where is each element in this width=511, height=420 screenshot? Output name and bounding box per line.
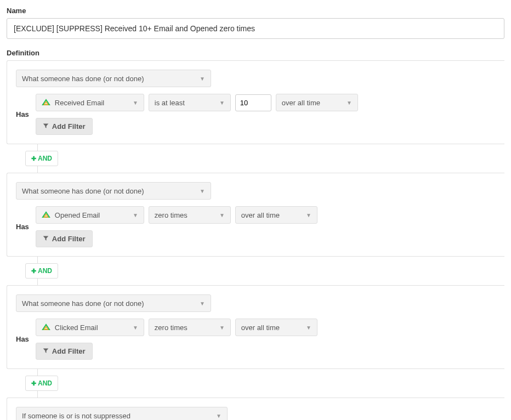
event-select[interactable]: Received Email ▼ <box>36 94 144 111</box>
condition-type-text: What someone has done (or not done) <box>22 75 144 83</box>
time-select[interactable]: over all time ▼ <box>276 94 358 111</box>
add-filter-label: Add Filter <box>52 122 86 130</box>
segment-name-input[interactable] <box>7 18 504 39</box>
filter-icon <box>43 123 49 130</box>
event-text: Clicked Email <box>55 323 98 332</box>
condition-type-text: What someone has done (or not done) <box>22 299 144 308</box>
and-label: AND <box>38 155 52 162</box>
operator-text: zero times <box>155 323 188 332</box>
and-connector: ✚ AND <box>25 369 504 398</box>
operator-text: zero times <box>155 211 188 219</box>
condition-type-text: What someone has done (or not done) <box>22 187 144 195</box>
caret-down-icon: ▼ <box>200 300 205 307</box>
plus-icon: ✚ <box>31 155 36 162</box>
event-select[interactable]: Opened Email ▼ <box>36 206 144 224</box>
klaviyo-icon <box>42 323 50 332</box>
condition-type-select[interactable]: What someone has done (or not done) ▼ <box>16 294 211 312</box>
time-text: over all time <box>282 99 320 107</box>
add-filter-button[interactable]: Add Filter <box>36 343 93 360</box>
caret-down-icon: ▼ <box>219 100 225 106</box>
event-select[interactable]: Clicked Email ▼ <box>36 319 144 336</box>
caret-down-icon: ▼ <box>219 325 225 331</box>
add-filter-button[interactable]: Add Filter <box>36 230 93 247</box>
add-filter-label: Add Filter <box>52 235 86 243</box>
filter-icon <box>43 235 49 242</box>
event-text: Opened Email <box>55 211 100 219</box>
caret-down-icon: ▼ <box>200 76 205 82</box>
caret-down-icon: ▼ <box>306 325 311 331</box>
klaviyo-icon <box>42 211 50 219</box>
and-button[interactable]: ✚ AND <box>25 376 58 391</box>
and-label: AND <box>38 267 52 275</box>
and-button[interactable]: ✚ AND <box>25 151 58 166</box>
caret-down-icon: ▼ <box>133 325 138 331</box>
operator-select[interactable]: zero times ▼ <box>149 319 231 336</box>
has-label: Has <box>16 335 29 343</box>
and-label: AND <box>38 379 52 387</box>
plus-icon: ✚ <box>31 268 36 275</box>
caret-down-icon: ▼ <box>133 212 138 218</box>
add-filter-label: Add Filter <box>52 347 86 355</box>
name-label: Name <box>7 7 504 15</box>
caret-down-icon: ▼ <box>219 212 225 218</box>
caret-down-icon: ▼ <box>306 212 311 218</box>
definition-label: Definition <box>7 49 504 57</box>
condition-type-text: If someone is or is not suppressed <box>22 412 130 420</box>
time-text: over all time <box>241 211 280 219</box>
condition-block-4: If someone is or is not suppressed ▼ Per… <box>7 398 504 420</box>
has-label: Has <box>16 223 29 231</box>
time-select[interactable]: over all time ▼ <box>235 319 317 336</box>
time-text: over all time <box>241 323 280 332</box>
and-button[interactable]: ✚ AND <box>25 263 58 279</box>
has-label: Has <box>16 110 29 118</box>
condition-type-select[interactable]: If someone is or is not suppressed ▼ <box>16 407 228 420</box>
count-input[interactable] <box>235 94 271 111</box>
caret-down-icon: ▼ <box>216 413 222 419</box>
klaviyo-icon <box>42 98 50 107</box>
condition-block-1: What someone has done (or not done) ▼ Ha… <box>7 60 504 144</box>
condition-block-3: What someone has done (or not done) ▼ Ha… <box>7 285 504 369</box>
condition-type-select[interactable]: What someone has done (or not done) ▼ <box>16 70 211 87</box>
condition-block-2: What someone has done (or not done) ▼ Ha… <box>7 173 504 257</box>
and-connector: ✚ AND <box>25 257 504 285</box>
plus-icon: ✚ <box>31 380 36 387</box>
filter-icon <box>43 348 49 355</box>
caret-down-icon: ▼ <box>200 188 205 194</box>
operator-select[interactable]: zero times ▼ <box>149 206 231 224</box>
caret-down-icon: ▼ <box>133 100 138 106</box>
and-connector: ✚ AND <box>25 144 504 173</box>
add-filter-button[interactable]: Add Filter <box>36 118 93 135</box>
condition-type-select[interactable]: What someone has done (or not done) ▼ <box>16 182 211 200</box>
operator-text: is at least <box>155 99 185 107</box>
operator-select[interactable]: is at least ▼ <box>149 94 231 111</box>
time-select[interactable]: over all time ▼ <box>235 206 317 224</box>
event-text: Received Email <box>55 99 104 107</box>
caret-down-icon: ▼ <box>347 100 352 106</box>
